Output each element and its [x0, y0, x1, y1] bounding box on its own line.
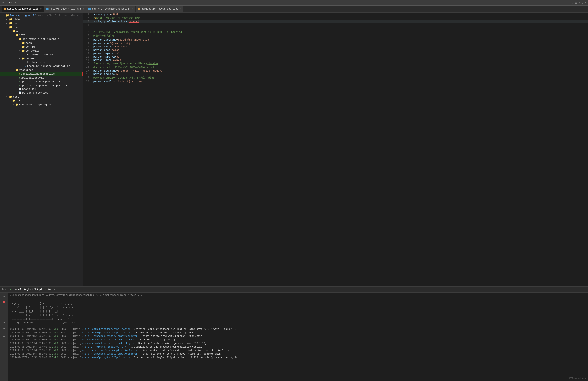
line-content[interactable]: person.maps.k2=32: [92, 55, 588, 59]
java-file-icon: ○: [25, 65, 26, 67]
line-number: 9: [83, 42, 92, 45]
tree-application-product[interactable]: ▸ ⚙ application-product.properties: [0, 84, 83, 87]
line-content[interactable]: # 注意这里写中文会出现乱码，需要到 setting 里 找到File Enco…: [92, 30, 588, 34]
tree-hello-service[interactable]: ▸ ○ HelloService: [0, 61, 83, 64]
tree-main[interactable]: ▾ 📁 main: [0, 29, 83, 33]
tree-main-application[interactable]: ▸ ○ LearnSpringBoot02Application: [0, 64, 83, 68]
line-number: 4: [83, 23, 92, 27]
tree-label: config: [26, 45, 35, 48]
tab-icon-orange: [3, 8, 6, 10]
watermark: CSDNchinadragon: [569, 377, 587, 380]
clear-icon[interactable]: 🗑: [1, 333, 7, 339]
line-content[interactable]: [92, 27, 588, 30]
tab-pom-xml[interactable]: pom.xml (LearnSpringBoot02) ✕: [86, 6, 135, 12]
scroll-down-icon[interactable]: ↓: [1, 313, 7, 318]
restart-icon[interactable]: ↺: [1, 293, 7, 299]
log-class: c.e.s.LearnSpringBoot02Application: [82, 327, 130, 331]
log-date: 2024-02-05T09:17:54.014+08:00: [10, 342, 51, 345]
line-content[interactable]: person.birth=2020/12/12: [92, 45, 588, 48]
line-content[interactable]: spring.profiles.active=prdouct: [92, 20, 588, 23]
log-line: 2024-02-05T09:17:54.097+08:00 INFO 3892 …: [10, 345, 586, 349]
run-label: Run:: [1, 288, 7, 291]
tree-root[interactable]: ▾ 📁 learnspringboot02 ~/Desktop/intellij…: [0, 13, 83, 17]
code-line-2: 2 #●profile多环境支持，激活指定的配置: [83, 16, 588, 20]
line-content[interactable]: #person.email=wret423g 这里为了测试邮箱校验: [92, 76, 588, 80]
tree-java[interactable]: ▾ 📁 java: [0, 33, 83, 37]
tree-bean[interactable]: ▸ 📁 bean: [0, 41, 83, 45]
tree-application-properties[interactable]: ▸ ⚙ application.properties: [0, 72, 83, 76]
tab-application-properties[interactable]: application.properties ✕: [1, 6, 43, 12]
tab-run-application[interactable]: ▶ LearnSpringBoot02Application ✕: [8, 287, 57, 292]
properties-file-icon: ⚙: [19, 80, 20, 83]
tree-application-yml[interactable]: ▸ ⚙ application.yml: [0, 76, 83, 80]
line-number: 20: [83, 80, 92, 83]
tree-arrow: ▾: [13, 69, 15, 71]
dropdown-icon[interactable]: ▼: [15, 1, 16, 4]
line-content[interactable]: person.dog.name=${person.hello: hello}_d…: [92, 69, 588, 72]
line-content[interactable]: person.boss=false: [92, 48, 588, 52]
tree-resources[interactable]: ▾ 📁 resources: [0, 68, 83, 72]
filter-icon[interactable]: ⚙: [1, 320, 7, 325]
list-icon[interactable]: ☰: [575, 1, 577, 4]
line-content[interactable]: #person.dog.name=${person.lastName}_doud…: [92, 62, 588, 65]
line-number: 15: [83, 62, 92, 65]
minimize-icon[interactable]: −: [585, 1, 587, 4]
editor-area[interactable]: 1 server.port=8090 2 #●profile多环境支持，激活指定…: [83, 13, 588, 286]
line-content[interactable]: #person.hello 从未定义过，结果会取默认值 hello: [92, 65, 588, 69]
tab-close-button[interactable]: ✕: [54, 288, 55, 291]
tree-idea[interactable]: ▸ 📁 .idea: [0, 17, 83, 21]
line-content[interactable]: person.maps.k1=v1: [92, 52, 588, 55]
wrap-icon[interactable]: ↩: [1, 326, 7, 331]
settings-icon[interactable]: ⚙: [582, 1, 583, 4]
tree-controller[interactable]: ▾ 📁 controller: [0, 49, 83, 53]
tab-hello-world-control[interactable]: HelloWorldControl.java ✕: [44, 6, 86, 12]
tab-close-button[interactable]: ✕: [180, 8, 181, 10]
stop-icon[interactable]: ■: [1, 299, 7, 305]
tree-config[interactable]: ▸ 📁 config: [0, 45, 83, 49]
tree-person-properties[interactable]: ▸ 📄 person.properties: [0, 91, 83, 95]
line-content[interactable]: person.age=${random.int}: [92, 42, 588, 45]
line-number: 8: [83, 38, 92, 42]
bottom-panel: Run: ▶ LearnSpringBoot02Application ✕ ↺ …: [0, 286, 588, 381]
tree-hello-world-control[interactable]: ▸ ○ HelloWorldControl: [0, 53, 83, 57]
log-level: INFO: [52, 327, 60, 331]
line-content[interactable]: #●profile多环境支持，激活指定的配置: [92, 16, 588, 20]
tab-close-button[interactable]: ✕: [40, 8, 42, 10]
tree-arrow: ▾: [9, 100, 12, 102]
tree-test-com-example[interactable]: ▾ 📁 com.example.springconfig: [0, 103, 83, 106]
tab-application-dev-properties[interactable]: application-dev.properties ✕: [136, 6, 183, 12]
log-level: INFO: [52, 352, 60, 356]
tree-label: java: [16, 99, 22, 102]
line-content[interactable]: person.dog.age=5: [92, 72, 588, 76]
folder-icon: 📁: [15, 68, 19, 71]
grid-icon[interactable]: ⊞: [572, 1, 573, 4]
sort-icon[interactable]: ⇅: [579, 1, 580, 4]
tab-close-button[interactable]: ✕: [132, 8, 133, 10]
line-content[interactable]: server.port=8090: [92, 13, 588, 16]
java-file-icon: ○: [25, 53, 26, 56]
scroll-up-icon[interactable]: ↑: [1, 307, 7, 312]
line-content[interactable]: person.lastName=test测试${random.uuid}: [92, 38, 588, 42]
tree-service[interactable]: ▾ 📁 service: [0, 57, 83, 61]
line-content[interactable]: person.email=springboot@test.com: [92, 80, 588, 83]
tree-src[interactable]: ▾ 📁 src: [0, 25, 83, 29]
tab-close-button[interactable]: ✕: [83, 8, 84, 10]
log-level: INFO: [52, 331, 60, 335]
line-content[interactable]: [92, 23, 588, 27]
tree-test[interactable]: ▾ 📁 test: [0, 95, 83, 99]
line-content[interactable]: person.lists=a,b,c: [92, 59, 588, 62]
tree-beans-xml[interactable]: ▸ 📄 beans.xml: [0, 87, 83, 91]
tree-label: .idea: [13, 18, 21, 21]
code-line-17: 17 person.dog.name=${person.hello: hello…: [83, 69, 588, 72]
line-number: 3: [83, 20, 92, 23]
line-content[interactable]: # 演示使用占位符: [92, 34, 588, 38]
line-number: 10: [83, 45, 92, 48]
tree-application-dev[interactable]: ▸ ⚙ application-dev.properties: [0, 80, 83, 84]
tree-mvn[interactable]: ▸ 📁 .mvn: [0, 21, 83, 25]
project-label[interactable]: Project: [1, 1, 12, 4]
log-class: o.apache.catalina.core.StandardEngine: [82, 342, 135, 345]
tree-com-example[interactable]: ▾ 📁 com.example.springconfig: [0, 37, 83, 41]
tree-test-java[interactable]: ▾ 📁 java: [0, 99, 83, 103]
tree-arrow: ▾: [19, 57, 22, 60]
code-line-3: 3 spring.profiles.active=prdouct: [83, 20, 588, 23]
